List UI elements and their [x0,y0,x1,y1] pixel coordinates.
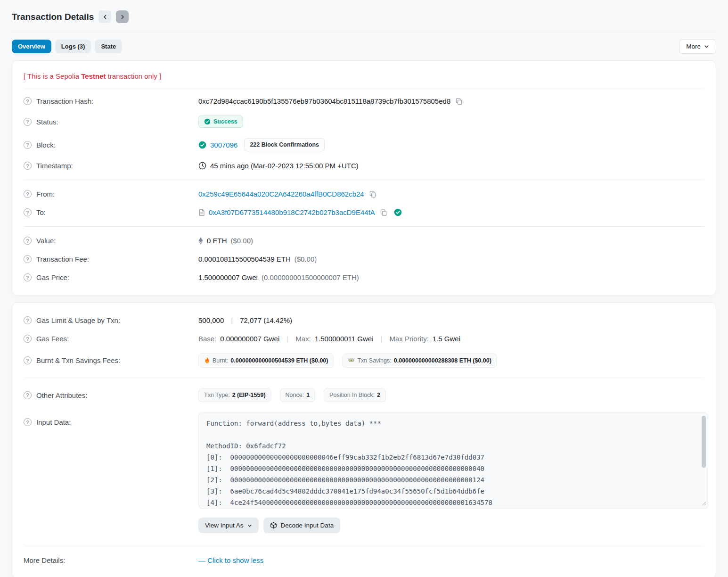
show-less-link[interactable]: — Click to show less [198,556,263,564]
input-scrollbar-thumb[interactable] [702,416,706,468]
input-data-line [206,429,694,440]
to-row: ? To: 0xA3f07D6773514480b918C2742b027b3a… [24,203,704,222]
eth-icon [198,237,203,245]
transaction-fee-row: ? Transaction Fee: 0.000108115500504539 … [24,250,704,268]
view-input-as-label: View Input As [205,522,244,529]
more-button[interactable]: More [679,39,716,54]
burnt-label: Burnt: [213,357,228,364]
max-priority-fee-label: Max Priority: [389,335,428,343]
copy-to-address-button[interactable] [379,209,388,216]
copy-icon [455,98,463,105]
status-label: Status: [36,118,58,126]
help-icon: ? [24,335,32,343]
timestamp-label: Timestamp: [36,162,73,170]
burnt-value: 0.000000000000504539 ETH ($0.00) [230,357,328,364]
value-eth: 0 ETH [207,237,227,245]
decode-input-data-label: Decode Input Data [281,522,334,529]
page: Transaction Details Overview Logs (3) St… [0,0,728,577]
to-label: To: [36,208,46,216]
txn-savings-label: Txn Savings: [357,357,391,364]
chevron-left-icon [102,14,108,20]
transaction-hash-value: 0xc72d984ccac6190b5f135576eb97b03604bc81… [198,97,450,105]
from-row: ? From: 0x259c49E65644a020C2A642260a4ffB… [24,185,704,203]
divider [24,226,704,227]
block-label: Block: [36,141,56,149]
tab-overview[interactable]: Overview [12,40,51,53]
transaction-hash-row: ? Transaction Hash: 0xc72d984ccac6190b5f… [24,92,704,110]
status-value: Success [213,118,237,125]
clock-icon [198,162,206,170]
help-icon: ? [24,273,32,281]
input-data-line: Function: forward(address to,bytes data)… [206,418,694,429]
help-icon: ? [24,97,32,105]
max-priority-fee-value: 1.5 Gwei [433,335,460,343]
divider [24,378,704,378]
input-data-row: ? Input Data: Function: forward(address … [24,407,704,538]
flame-icon [204,357,210,364]
max-fee-value: 1.500000011 Gwei [315,335,374,343]
help-icon: ? [24,255,32,263]
to-address-link[interactable]: 0xA3f07D6773514480b918C2742b027b3acD9E44… [209,208,375,216]
chevron-down-icon [247,523,252,528]
copy-from-address-button[interactable] [368,190,377,198]
more-details-label: More Details: [24,556,198,564]
from-address-link[interactable]: 0x259c49E65644a020C2A642260a4ffB0CD862cb… [198,190,364,198]
help-icon: ? [24,356,32,364]
copy-transaction-hash-button[interactable] [454,98,464,105]
txn-type-badge: Txn Type: 2 (EIP-1559) [198,388,271,402]
contract-icon [198,209,205,216]
next-transaction-button[interactable] [116,10,129,23]
help-icon: ? [24,391,32,399]
position-in-block-badge: Position In Block: 2 [324,388,386,402]
tabs-bar: Overview Logs (3) State More [12,39,716,54]
transaction-hash-label-wrap: ? Transaction Hash: [24,97,198,105]
timestamp-row: ? Timestamp: 45 mins ago (Mar-02-2023 12… [24,157,704,175]
transaction-hash-label: Transaction Hash: [36,97,93,105]
input-data-line: [1]: 00000000000000000000000000000000000… [206,463,694,474]
separator: | [286,335,288,343]
base-fee-value: 0.000000007 Gwei [220,335,279,343]
other-attributes-row: ? Other Attributes: Txn Type: 2 (EIP-155… [24,383,704,407]
max-fee-label: Max: [295,335,311,343]
verified-check-icon [394,208,402,216]
base-fee-label: Base: [198,335,216,343]
help-icon: ? [24,118,32,126]
input-data-line: [3]: 6ae0bc76cad4d5c94802dddc370041e175f… [206,486,694,497]
input-data-textarea[interactable]: Function: forward(address to,bytes data)… [198,412,708,509]
transaction-fee-usd: ($0.00) [294,255,317,263]
topbar: Transaction Details [12,10,716,31]
transaction-fee-eth: 0.000108115500504539 ETH [198,255,291,263]
timestamp-value: 45 mins ago (Mar-02-2023 12:55:00 PM +UT… [210,162,359,170]
overview-card: [ This is a Sepolia Testnet transaction … [12,60,716,296]
gas-price-eth: (0.000000001500000007 ETH) [262,273,359,281]
burnt-savings-row: ? Burnt & Txn Savings Fees: Burnt: 0.000… [24,348,704,373]
view-input-as-button[interactable]: View Input As [198,518,259,533]
finalized-check-icon [198,141,206,149]
block-confirmations-badge: 222 Block Confirmations [244,138,325,151]
input-data-line: [4]: 4ce24f54000000000000000000000000000… [206,497,694,508]
other-attributes-label: Other Attributes: [36,391,87,399]
more-details-row: More Details: — Click to show less [24,551,704,569]
gas-price-gwei: 1.500000007 Gwei [198,273,258,281]
gas-fees-label: Gas Fees: [36,335,69,343]
cube-icon [270,522,277,529]
tab-logs[interactable]: Logs (3) [55,40,91,53]
decode-input-data-button[interactable]: Decode Input Data [263,518,341,533]
nonce-label: Nonce: [286,392,304,398]
input-data-line: [0]: 00000000000000000000000046eff99cab3… [206,452,694,463]
chevron-down-icon [704,44,709,49]
block-number-link[interactable]: 3007096 [210,141,237,149]
prev-transaction-button[interactable] [98,10,111,23]
gas-fees-row: ? Gas Fees: Base: 0.000000007 Gwei | Max… [24,330,704,348]
gas-limit-value: 500,000 [198,316,224,324]
gas-usage-value: 72,077 (14.42%) [240,316,292,324]
transaction-fee-label: Transaction Fee: [36,255,89,263]
tab-state[interactable]: State [95,40,122,53]
details-card: ? Gas Limit & Usage by Txn: 500,000 | 72… [12,302,716,577]
resize-grip-icon[interactable] [702,500,706,507]
burnt-badge: Burnt: 0.000000000000504539 ETH ($0.00) [198,353,334,368]
input-data-line: [5]: 543c0000000000000000000000000000000… [206,508,694,509]
position-in-block-label: Position In Block: [329,392,375,398]
input-data-label: Input Data: [36,418,71,426]
page-title: Transaction Details [12,12,94,22]
